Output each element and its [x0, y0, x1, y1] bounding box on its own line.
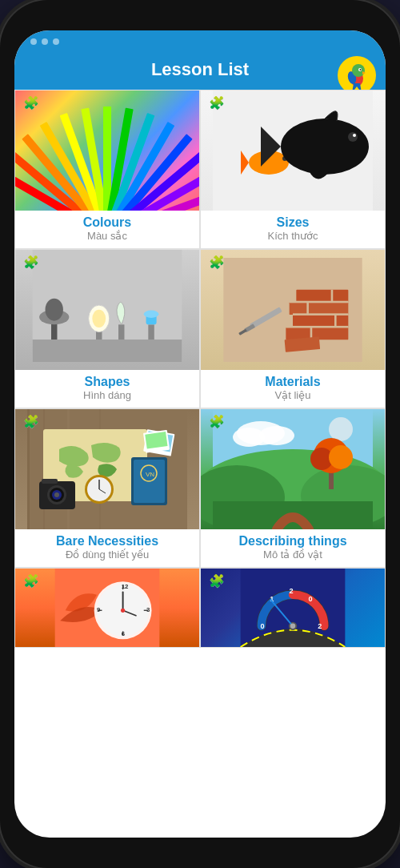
app-header: Lesson List — [14, 53, 386, 90]
svg-point-28 — [353, 134, 356, 137]
lesson-subtitle-describing: Mô tả đồ vật — [263, 549, 322, 561]
svg-text:0: 0 — [309, 595, 313, 603]
svg-point-93 — [329, 445, 353, 469]
svg-rect-52 — [290, 301, 349, 303]
lesson-cell-clock1[interactable]: 🧩 12 3 — [14, 568, 200, 648]
svg-point-26 — [281, 119, 369, 175]
lesson-cell-sizes[interactable]: 🧩 — [200, 90, 386, 249]
lesson-subtitle-shapes: Hình dáng — [83, 389, 131, 401]
svg-point-86 — [329, 417, 353, 441]
svg-point-33 — [46, 299, 63, 321]
svg-text:VN: VN — [146, 471, 154, 478]
svg-rect-49 — [296, 290, 348, 303]
svg-rect-39 — [148, 324, 154, 340]
lesson-subtitle-materials: Vật liệu — [275, 389, 311, 401]
svg-rect-55 — [306, 302, 309, 315]
puzzle-icon-bare: 🧩 — [23, 414, 39, 429]
sizes-visual — [201, 90, 385, 211]
lesson-cell-clock2[interactable]: 🧩 0 — [200, 568, 386, 648]
svg-point-108 — [121, 609, 125, 613]
lesson-subtitle-sizes: Kích thước — [268, 230, 318, 242]
clock1-visual: 12 3 6 9 — [15, 569, 199, 647]
puzzle-icon-shapes: 🧩 — [23, 255, 39, 270]
lesson-image-clock2: 🧩 0 — [201, 569, 385, 647]
lesson-image-describing: 🧩 — [201, 409, 385, 529]
svg-point-85 — [259, 426, 294, 445]
lesson-title-describing: Describing things — [238, 534, 346, 549]
lesson-title-colours: Colours — [83, 215, 131, 230]
status-bar — [14, 30, 386, 53]
lesson-cell-shapes[interactable]: 🧩 — [14, 249, 200, 408]
clock1-svg: 12 3 6 9 — [15, 569, 199, 647]
svg-point-41 — [144, 311, 159, 318]
puzzle-icon-clock2: 🧩 — [209, 573, 225, 589]
landscape-svg — [201, 409, 385, 529]
lesson-grid: 🧩 — [14, 90, 386, 648]
svg-rect-51 — [293, 313, 348, 315]
svg-point-37 — [92, 310, 106, 328]
pencils-svg — [15, 90, 199, 211]
fish-svg — [201, 90, 385, 211]
svg-point-27 — [348, 132, 358, 142]
describing-visual — [201, 409, 385, 529]
lesson-cell-materials[interactable]: 🧩 — [200, 249, 386, 408]
lesson-cell-bare[interactable]: 🧩 — [14, 408, 200, 568]
svg-point-117 — [290, 624, 296, 629]
svg-point-73 — [54, 492, 59, 497]
lesson-image-sizes: 🧩 — [201, 90, 385, 211]
lesson-cell-describing[interactable]: 🧩 — [200, 408, 386, 568]
lesson-title-shapes: Shapes — [85, 375, 130, 389]
svg-rect-48 — [290, 302, 349, 315]
phone-frame: Lesson List — [0, 0, 400, 868]
svg-rect-56 — [331, 290, 334, 303]
lesson-subtitle-bare: Đồ dùng thiết yếu — [66, 549, 149, 561]
status-dot-1 — [30, 38, 37, 45]
svg-point-6 — [360, 69, 362, 70]
lesson-image-bare: 🧩 — [15, 409, 199, 529]
bare-visual: VN — [15, 409, 199, 529]
app-logo[interactable] — [338, 56, 376, 94]
lesson-subtitle-colours: Màu sắc — [87, 230, 127, 242]
puzzle-icon-sizes: 🧩 — [209, 95, 225, 111]
travel-svg: VN — [15, 409, 199, 529]
clock2-visual: 0 1 2 0 2 — [201, 569, 385, 647]
svg-rect-30 — [33, 340, 182, 362]
lesson-title-bare: Bare Necessities — [56, 534, 158, 549]
svg-text:0: 0 — [260, 622, 264, 630]
status-dot-2 — [42, 38, 48, 45]
svg-rect-81 — [145, 432, 167, 448]
status-dots — [30, 38, 59, 45]
svg-rect-13 — [103, 106, 111, 211]
lesson-title-sizes: Sizes — [277, 215, 310, 230]
status-dot-3 — [53, 38, 59, 45]
lesson-image-clock1: 🧩 12 3 — [15, 569, 199, 647]
lesson-image-shapes: 🧩 — [15, 250, 199, 370]
svg-point-4 — [352, 64, 365, 77]
svg-rect-69 — [42, 479, 58, 484]
colours-visual — [15, 90, 199, 211]
svg-rect-50 — [286, 326, 348, 328]
app-title: Lesson List — [151, 59, 249, 80]
svg-rect-47 — [293, 315, 348, 328]
lesson-image-materials: 🧩 — [201, 250, 385, 370]
lesson-title-materials: Materials — [265, 375, 320, 389]
puzzle-icon-colours: 🧩 — [23, 95, 39, 111]
puzzle-icon-clock1: 🧩 — [23, 573, 39, 589]
parrot-icon — [341, 59, 373, 91]
bricks-svg — [209, 258, 377, 362]
lesson-image-colours: 🧩 — [15, 90, 199, 211]
lesson-cell-colours[interactable]: 🧩 — [14, 90, 200, 249]
puzzle-icon-describing: 🧩 — [209, 414, 225, 429]
phone-screen: Lesson List — [14, 30, 386, 838]
materials-visual — [201, 250, 385, 370]
clock2-svg: 0 1 2 0 2 — [201, 569, 385, 647]
puzzle-icon-materials: 🧩 — [209, 255, 225, 270]
svg-text:2: 2 — [318, 622, 322, 630]
shapes-visual — [15, 250, 199, 370]
svg-rect-38 — [118, 324, 124, 340]
svg-text:2: 2 — [289, 587, 293, 595]
svg-rect-54 — [334, 315, 337, 328]
bulbs-svg — [15, 250, 199, 362]
